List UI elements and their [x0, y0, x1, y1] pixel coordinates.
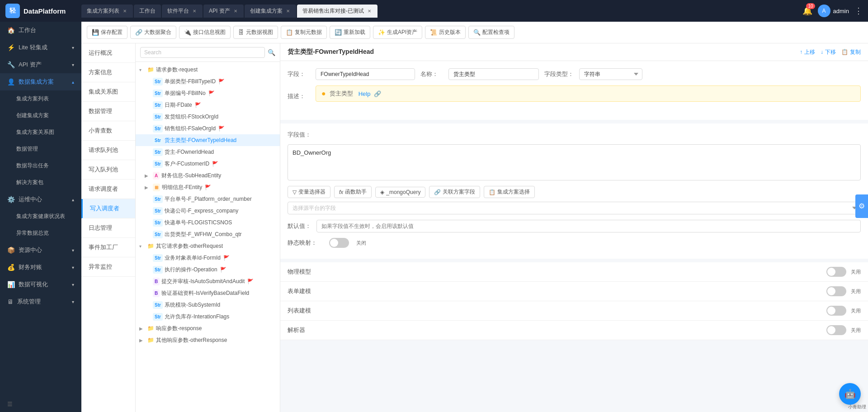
- sec-nav-write-queue[interactable]: 写入队列池: [81, 160, 135, 180]
- static-map-toggle[interactable]: [329, 238, 349, 248]
- tree-node-auto-submit[interactable]: B 提交并审核-IsAutoSubmitAndAudit 🚩: [136, 275, 280, 287]
- tree-node-fownertype[interactable]: Str 货主类型-FOwnerTypeIdHead: [136, 134, 280, 146]
- tree-node-subhead[interactable]: ▶ A 财务信息-SubHeadEntity: [136, 170, 280, 181]
- copy-field-button[interactable]: 📋 复制: [841, 48, 861, 56]
- tree-node-other-request[interactable]: ▾ 📁 其它请求参数-otherRequest: [136, 240, 280, 252]
- type-select[interactable]: 字符串 数字 布尔值: [579, 68, 642, 80]
- sidebar-sub-solution-package[interactable]: 解决方案包: [0, 174, 81, 191]
- sidebar-item-finance[interactable]: 💰 财务对账 ▾: [0, 259, 81, 276]
- tab-software-platform[interactable]: 软件平台 ✕: [162, 5, 203, 18]
- sidebar-item-data-viz[interactable]: 📊 数据可视化 ▾: [0, 276, 81, 293]
- sidebar-sub-abnormal-data[interactable]: 异常数据总览: [0, 225, 81, 242]
- tree-node-fstockorgid[interactable]: Str 发货组织-FStockOrgId: [136, 111, 280, 123]
- sec-nav-relation-chart[interactable]: 集成关系图: [81, 82, 135, 102]
- var-selector-button[interactable]: ▽ 变量选择器: [288, 186, 330, 198]
- sidebar-item-workbench[interactable]: 🏠 工作台: [0, 22, 81, 39]
- sidebar-item-data-integration[interactable]: 👤 数据集成方案 ▴: [0, 73, 81, 90]
- tree-node-express-company[interactable]: Str 快递公司-F_express_company: [136, 205, 280, 217]
- sidebar-item-resource[interactable]: 📦 资源中心 ▾: [0, 242, 81, 259]
- tree-node-cargo-type[interactable]: Str 出货类型-F_WFHW_Combo_qtr: [136, 228, 280, 240]
- copy-meta-button[interactable]: 📋 复制元数据: [281, 26, 327, 39]
- form-model-toggle[interactable]: [826, 286, 846, 296]
- tab-workbench[interactable]: 工作台: [134, 5, 161, 18]
- sidebar-sub-relation-chart[interactable]: 集成方案关系图: [0, 124, 81, 141]
- func-helper-button[interactable]: fx 函数助手: [334, 186, 372, 198]
- sidebar-item-ops[interactable]: ⚙️ 运维中心 ▴: [0, 191, 81, 208]
- tab-create-solution[interactable]: 创建集成方案 ✕: [245, 5, 296, 18]
- sec-nav-req-observer[interactable]: 请求调度者: [81, 180, 135, 199]
- sidebar-sub-integration-list[interactable]: 集成方案列表: [0, 90, 81, 107]
- tab-manage-sales[interactable]: 管易销售出库对接-已测试 ✕: [297, 5, 377, 18]
- physical-model-toggle[interactable]: [826, 267, 846, 277]
- gen-api-button[interactable]: ✨ 生成API资产: [373, 26, 422, 39]
- tree-node-logistics[interactable]: Str 快递单号-FLOGISTICSNOS: [136, 217, 280, 228]
- config-check-button[interactable]: 🔍 配置检查项: [468, 26, 514, 39]
- sec-nav-request-queue[interactable]: 请求队列池: [81, 141, 135, 160]
- search-icon[interactable]: 🔍: [268, 49, 275, 56]
- sec-nav-data-mgmt[interactable]: 数据管理: [81, 102, 135, 121]
- sidebar-sub-export-task[interactable]: 数据导出任务: [0, 157, 81, 174]
- mongo-query-button[interactable]: ◈ _mongoQuery: [375, 187, 425, 198]
- name-value-input[interactable]: [448, 68, 539, 80]
- sec-nav-write-observer[interactable]: 写入调度者: [81, 199, 135, 218]
- sidebar-item-sys-mgmt[interactable]: 🖥 系统管理 ▾: [0, 293, 81, 310]
- tree-node-operation[interactable]: Str 执行的操作-Operation 🚩: [136, 264, 280, 275]
- default-value-input[interactable]: [316, 220, 861, 232]
- sidebar-sub-solution-health[interactable]: 集成方案健康状况表: [0, 208, 81, 225]
- tree-node-fcustomerid[interactable]: Str 客户-FCustomerID 🚩: [136, 158, 280, 170]
- field-value-textarea[interactable]: BD_OwnerOrg: [288, 144, 861, 180]
- sidebar-item-lite[interactable]: ⚡ Lite 轻集成 ▾: [0, 39, 81, 56]
- admin-info[interactable]: A admin: [818, 5, 849, 17]
- sidebar-collapse-btn[interactable]: ☰: [0, 396, 81, 412]
- sidebar-item-api[interactable]: 🔧 API 资产 ▾: [0, 56, 81, 73]
- sidebar-sub-create-integration[interactable]: 创建集成方案: [0, 107, 81, 124]
- big-data-merge-button[interactable]: 🔗 大数据聚合: [130, 26, 176, 39]
- related-field-button[interactable]: 🔗 关联方案字段: [429, 186, 480, 198]
- tree-node-other-response[interactable]: ▶ 📁 其他响应参数-otherResponse: [136, 334, 280, 346]
- tree-node-fbilltypeid[interactable]: Str 单据类型-FBillTypeID 🚩: [136, 76, 280, 87]
- sec-nav-solution-info[interactable]: 方案信息: [81, 63, 135, 82]
- tree-node-request-params[interactable]: ▾ 📁 请求参数-request: [136, 64, 280, 76]
- tree-node-platform-order[interactable]: Str 平台单号-F_Platform_order_number: [136, 193, 280, 205]
- solution-select-button[interactable]: 📋 集成方案选择: [484, 186, 535, 198]
- tab-close-icon[interactable]: ✕: [192, 8, 197, 14]
- sec-nav-event-factory[interactable]: 事件加工厂: [81, 238, 135, 257]
- sec-nav-log-mgmt[interactable]: 日志管理: [81, 218, 135, 238]
- tree-node-fbillno[interactable]: Str 单据编号-FBillNo 🚩: [136, 87, 280, 99]
- move-down-button[interactable]: ↓ 下移: [821, 48, 836, 56]
- source-platform-select[interactable]: 选择源平台的字段: [288, 202, 861, 214]
- tab-integration-list[interactable]: 集成方案列表 ✕: [81, 5, 133, 18]
- tab-api-assets[interactable]: API 资产 ✕: [203, 5, 244, 18]
- list-model-toggle[interactable]: [826, 306, 846, 316]
- sec-nav-run-overview[interactable]: 运行概况: [81, 43, 135, 63]
- tree-node-fdate[interactable]: Str 日期-FDate 🚩: [136, 99, 280, 111]
- chatbot-fab[interactable]: 🤖: [839, 383, 861, 405]
- tab-close-icon[interactable]: ✕: [233, 8, 238, 14]
- more-options-icon[interactable]: ⋮: [854, 6, 863, 16]
- tree-node-subsystemid[interactable]: Str 系统模块-SubSystemId: [136, 299, 280, 311]
- notification-bell[interactable]: 🔔 10: [802, 6, 812, 16]
- tab-close-icon[interactable]: ✕: [122, 8, 127, 14]
- tree-node-fsaleorgid[interactable]: Str 销售组织-FSaleOrgId 🚩: [136, 123, 280, 134]
- tree-node-formid[interactable]: Str 业务对象表单Id-FormId 🚩: [136, 252, 280, 264]
- sec-nav-abnormal-monitor[interactable]: 异常监控: [81, 257, 135, 277]
- tab-close-icon[interactable]: ✕: [285, 8, 291, 14]
- settings-fab[interactable]: ⚙: [855, 194, 868, 218]
- help-link[interactable]: Help: [359, 90, 371, 97]
- tree-node-fownerid[interactable]: Str 货主-FOwnerIdHead: [136, 146, 280, 158]
- sec-nav-small-qing[interactable]: 小青查数: [81, 121, 135, 141]
- interface-view-button[interactable]: 🔌 接口信息视图: [179, 26, 231, 39]
- tab-close-icon[interactable]: ✕: [367, 8, 372, 14]
- tree-node-verify-base[interactable]: B 验证基础资料-IsVerifyBaseDataField: [136, 287, 280, 299]
- search-input[interactable]: [140, 47, 265, 58]
- history-button[interactable]: 📜 历史版本: [425, 26, 466, 39]
- tree-node-interation-flags[interactable]: Str 允许负库存-InterationFlags: [136, 311, 280, 322]
- sidebar-sub-data-mgmt[interactable]: 数据管理: [0, 141, 81, 157]
- move-up-button[interactable]: ↑ 上移: [800, 48, 815, 56]
- meta-data-view-button[interactable]: 🗄 元数据视图: [233, 26, 278, 39]
- tree-node-fentity[interactable]: ▶ ⊞ 明细信息-FEntity 🚩: [136, 181, 280, 193]
- field-value-input[interactable]: [316, 68, 415, 80]
- tree-node-response[interactable]: ▶ 📁 响应参数-response: [136, 322, 280, 334]
- reload-button[interactable]: 🔄 重新加载: [330, 26, 370, 39]
- save-config-button[interactable]: 💾 保存配置: [87, 26, 127, 39]
